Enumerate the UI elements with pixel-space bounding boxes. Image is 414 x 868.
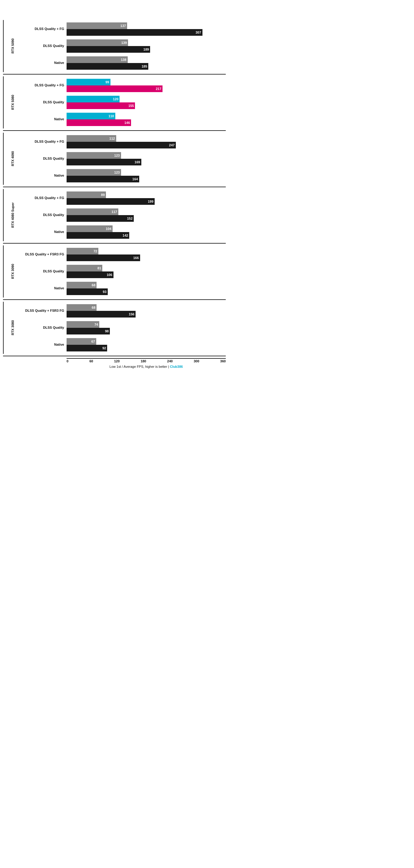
- avg-bar-segment: 155: [67, 102, 135, 109]
- avg-bar-track: 164: [67, 176, 226, 182]
- x-tick: 240: [167, 359, 172, 363]
- avg-bar-value: 142: [123, 234, 128, 237]
- bars-wrapper: 137307: [67, 23, 226, 36]
- bar-row-label: Native: [23, 286, 67, 290]
- rows-col: DLSS Quality + FSR3 FG68156DLSS Quality7…: [23, 302, 226, 354]
- gpu-label: RTX 4090: [11, 151, 14, 166]
- bars-wrapper: 123169: [67, 152, 226, 165]
- low-bar-segment: 112: [67, 135, 116, 142]
- avg-bar-value: 93: [103, 290, 106, 293]
- avg-bar-value: 92: [102, 346, 106, 350]
- bar-row-label: DLSS Quality + FSR3 FG: [23, 309, 67, 313]
- low-bar-track: 99: [67, 79, 226, 86]
- low-bar-segment: 99: [67, 79, 110, 86]
- avg-bar-segment: 106: [67, 272, 113, 278]
- low-bar-value: 110: [108, 114, 114, 118]
- gpu-label-col: RTX 5080: [3, 76, 23, 128]
- gpu-label: RTX 3080: [11, 320, 14, 335]
- low-bar-track: 123: [67, 169, 226, 176]
- avg-bar-track: 199: [67, 198, 226, 205]
- low-bar-segment: 104: [67, 225, 112, 232]
- avg-bar-track: 93: [67, 288, 226, 295]
- bar-row: DLSS Quality81106: [23, 264, 226, 279]
- avg-bar-track: 217: [67, 86, 226, 92]
- low-bar-segment: 123: [67, 169, 121, 176]
- gpu-label-col: RTX 3090: [3, 245, 23, 298]
- bars-wrapper: 81106: [67, 265, 226, 278]
- x-axis-label: Low 1st / Average FPS, higher is better …: [67, 365, 226, 368]
- x-axis: 060120180240300360 Low 1st / Average FPS…: [67, 358, 226, 368]
- avg-bar-track: 106: [67, 272, 226, 278]
- avg-bar-value: 155: [128, 104, 134, 107]
- avg-bar-track: 92: [67, 345, 226, 351]
- low-bar-track: 112: [67, 135, 226, 142]
- bars-wrapper: 7498: [67, 321, 226, 335]
- bars-wrapper: 72166: [67, 248, 226, 261]
- rows-col: DLSS Quality + FG89199DLSS Quality117152…: [23, 189, 226, 241]
- avg-bar-track: 155: [67, 102, 226, 109]
- low-bar-value: 120: [113, 97, 118, 101]
- avg-bar-track: 142: [67, 232, 226, 239]
- low-bar-track: 72: [67, 248, 226, 254]
- x-tick: 300: [194, 359, 199, 363]
- avg-bar-track: 156: [67, 311, 226, 317]
- avg-bar-segment: 166: [67, 254, 140, 261]
- low-bar-track: 138: [67, 56, 226, 63]
- bar-row-label: DLSS Quality + FG: [23, 140, 67, 144]
- bars-wrapper: 68156: [67, 304, 226, 317]
- low-bar-value: 67: [92, 340, 95, 343]
- avg-bar-track: 169: [67, 159, 226, 165]
- bar-row: DLSS Quality7498: [23, 320, 226, 336]
- rows-col: DLSS Quality + FG112247DLSS Quality12316…: [23, 133, 226, 185]
- bar-row-label: DLSS Quality: [23, 44, 67, 48]
- avg-bar-value: 152: [127, 217, 133, 220]
- low-bar-segment: 137: [67, 23, 127, 29]
- bars-wrapper: 6893: [67, 282, 226, 295]
- gpu-label: RTX 3090: [11, 264, 14, 279]
- avg-bar-value: 247: [169, 143, 175, 147]
- bar-row: Native138185: [23, 55, 226, 71]
- gpu-label: RTX 4080 Super: [11, 203, 14, 228]
- rows-col: DLSS Quality + FG137307DLSS Quality13918…: [23, 20, 226, 72]
- gpu-label-col: RTX 4080 Super: [3, 189, 23, 241]
- bar-row: DLSS Quality120155: [23, 95, 226, 110]
- avg-bar-segment: 199: [67, 198, 154, 205]
- low-bar-track: 117: [67, 209, 226, 215]
- avg-bar-track: 307: [67, 29, 226, 36]
- gpu-group-5: RTX 3080DLSS Quality + FSR3 FG68156DLSS …: [3, 300, 226, 356]
- low-bar-value: 112: [109, 137, 115, 140]
- bar-row: DLSS Quality117152: [23, 207, 226, 223]
- avg-bar-track: 166: [67, 254, 226, 261]
- low-bar-value: 99: [105, 80, 109, 84]
- bars-wrapper: 104142: [67, 225, 226, 239]
- gpu-group-1: RTX 5080DLSS Quality + FG99217DLSS Quali…: [3, 74, 226, 131]
- avg-bar-segment: 169: [67, 159, 141, 165]
- low-bar-segment: 74: [67, 321, 99, 328]
- low-bar-segment: 120: [67, 96, 119, 102]
- bar-row-label: DLSS Quality + FG: [23, 196, 67, 200]
- low-bar-value: 104: [106, 227, 111, 230]
- x-tick: 120: [114, 359, 119, 363]
- low-bar-track: 68: [67, 282, 226, 288]
- low-bar-track: 120: [67, 96, 226, 102]
- low-bar-value: 137: [120, 24, 126, 28]
- bar-row-label: DLSS Quality: [23, 269, 67, 273]
- avg-bar-segment: 307: [67, 29, 203, 36]
- low-bar-segment: 89: [67, 191, 106, 198]
- gpu-group-3: RTX 4080 SuperDLSS Quality + FG89199DLSS…: [3, 187, 226, 244]
- chart-container: RTX 5090DLSS Quality + FG137307DLSS Qual…: [3, 18, 226, 356]
- x-tick: 60: [89, 359, 93, 363]
- bar-row: Native110146: [23, 112, 226, 127]
- bar-row-label: DLSS Quality + FSR3 FG: [23, 252, 67, 256]
- bars-wrapper: 6792: [67, 338, 226, 351]
- bar-row-label: DLSS Quality + FG: [23, 83, 67, 87]
- avg-bar-value: 199: [148, 200, 153, 203]
- bar-row: Native6792: [23, 337, 226, 353]
- bar-row: DLSS Quality + FG89199: [23, 190, 226, 206]
- bar-row-label: Native: [23, 230, 67, 234]
- avg-bar-value: 156: [129, 312, 134, 316]
- avg-bar-segment: 93: [67, 288, 108, 295]
- low-bar-value: 123: [114, 154, 119, 157]
- bar-row: Native123164: [23, 168, 226, 184]
- gpu-label-col: RTX 4090: [3, 133, 23, 185]
